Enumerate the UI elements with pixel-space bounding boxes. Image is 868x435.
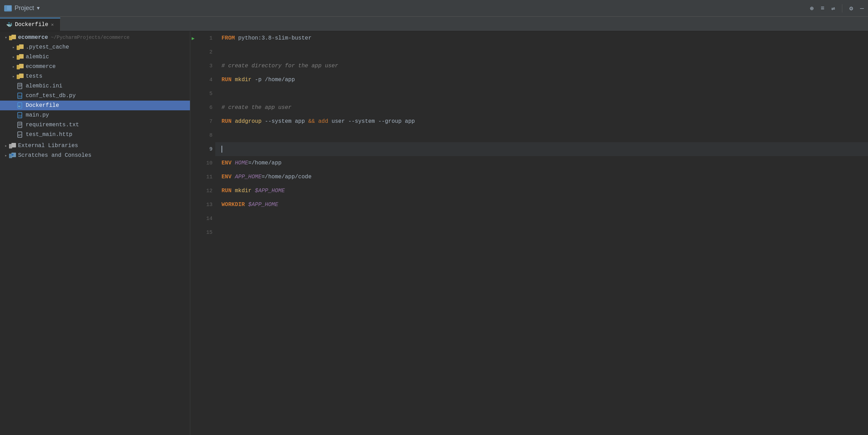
folder-icon-ecommerce — [9, 35, 16, 40]
tree-arrow-pytest — [10, 45, 17, 50]
file-icon-dockerfile: 🐳 — [17, 102, 24, 109]
code-7-sp2 — [315, 114, 318, 128]
ecommerce-path: ~/PycharmProjects/ecommerce — [51, 35, 130, 40]
kw-mkdir-12: mkdir — [235, 184, 251, 198]
code-line-11: ENV APP_HOME=/home/app/code — [215, 170, 868, 184]
code-line-5 — [215, 87, 868, 101]
line-num-10: 10 — [190, 156, 215, 170]
folder-icon-tests — [17, 74, 24, 79]
run-gutter-icon[interactable]: ▶ — [192, 35, 194, 41]
svg-rect-3 — [11, 35, 16, 39]
tab-bar: 🐳 Dockerfile ✕ — [0, 17, 868, 31]
kw-workdir-13: WORKDIR — [222, 198, 245, 212]
code-13-sp — [245, 198, 248, 212]
sidebar-item-alembic[interactable]: alembic — [0, 52, 190, 62]
project-folder-icon — [4, 5, 12, 11]
line-num-12: 12 — [190, 184, 215, 198]
sidebar-item-alembic-ini[interactable]: alembic.ini — [0, 81, 190, 91]
line-num-15: 15 — [190, 225, 215, 239]
sidebar-item-scratches[interactable]: Scratches and Consoles — [0, 151, 190, 160]
locate-icon[interactable]: ⊕ — [810, 5, 814, 12]
code-12-sp2 — [251, 184, 255, 198]
file-icon-req — [17, 122, 24, 128]
var-home-10: HOME — [235, 156, 248, 170]
code-10-sp — [232, 156, 235, 170]
tree-arrow-ext — [3, 143, 9, 148]
var-apphome-12: $APP_HOME — [255, 184, 285, 198]
kw-env-11: ENV — [222, 170, 232, 184]
sidebar-item-dockerfile[interactable]: 🐳 Dockerfile — [0, 101, 190, 110]
toolbar-separator — [842, 4, 842, 12]
code-line-13: WORKDIR $APP_HOME — [215, 198, 868, 212]
pytest-cache-label: .pytest_cache — [26, 44, 69, 50]
sidebar-item-test-main[interactable]: API test_main.http — [0, 130, 190, 139]
sidebar-item-requirements[interactable]: requirements.txt — [0, 120, 190, 130]
kw-from-1: FROM — [222, 31, 235, 45]
kw-run-12: RUN — [222, 184, 232, 198]
folder-icon-alembic — [17, 54, 24, 60]
file-icon-conf: py — [17, 93, 24, 99]
tab-dockerfile[interactable]: 🐳 Dockerfile ✕ — [0, 18, 60, 31]
code-line-9[interactable] — [215, 142, 868, 156]
settings-icon[interactable]: ⚙ — [849, 5, 853, 12]
folder-icon-scratches — [9, 153, 16, 158]
line-num-14: 14 — [190, 212, 215, 225]
svg-text:API: API — [18, 134, 22, 136]
tree-arrow-ecommerce-sub — [10, 64, 17, 69]
kw-mkdir-4: mkdir — [235, 73, 251, 87]
line-num-8: 8 — [190, 128, 215, 142]
text-cursor — [222, 146, 222, 153]
sidebar: ecommerce ~/PycharmProjects/ecommerce .p… — [0, 31, 190, 435]
comment-3: # create directory for the app user — [222, 59, 338, 73]
folder-icon-ecommerce-sub — [17, 64, 24, 69]
scratches-label: Scratches and Consoles — [18, 152, 91, 159]
folder-icon-ext — [9, 143, 16, 148]
main-content: ecommerce ~/PycharmProjects/ecommerce .p… — [0, 31, 868, 435]
line-num-1: ▶ 1 — [190, 31, 215, 45]
sidebar-item-pytest-cache[interactable]: .pytest_cache — [0, 42, 190, 52]
sidebar-item-ecommerce[interactable]: ecommerce ~/PycharmProjects/ecommerce — [0, 33, 190, 42]
code-line-4: RUN mkdir -p /home/app — [215, 73, 868, 87]
kw-add-7: add — [318, 114, 328, 128]
sidebar-item-conf-test[interactable]: py conf_test_db.py — [0, 91, 190, 101]
code-line-7: RUN addgroup --system app && add user --… — [215, 114, 868, 128]
svg-rect-11 — [19, 74, 24, 78]
code-10-eq: =/home/app — [248, 156, 282, 170]
requirements-label: requirements.txt — [26, 122, 79, 128]
var-apphome-13: $APP_HOME — [248, 198, 278, 212]
sidebar-item-main-py[interactable]: py main.py — [0, 110, 190, 120]
editor[interactable]: ▶ 1 2 3 4 5 6 7 8 9 10 11 12 13 14 15 FR… — [190, 31, 868, 435]
sidebar-item-tests[interactable]: tests — [0, 71, 190, 81]
line-num-7: 7 — [190, 114, 215, 128]
sidebar-item-ecommerce-sub[interactable]: ecommerce — [0, 62, 190, 71]
code-7-a: --system app — [261, 114, 308, 128]
code-line-1: FROM python:3.8-slim-buster — [215, 31, 868, 45]
file-icon-main: py — [17, 112, 24, 118]
ecommerce-sub-label: ecommerce — [26, 63, 56, 70]
toolbar-left: Project ▼ — [4, 5, 192, 12]
svg-rect-29 — [11, 143, 16, 147]
svg-text:🐳: 🐳 — [18, 105, 21, 108]
file-icon-test-main: API — [17, 131, 24, 138]
kw-run-4: RUN — [222, 73, 232, 87]
code-7-b: user --system --group app — [328, 114, 415, 128]
collapse-icon[interactable]: ≡ — [821, 5, 825, 12]
sidebar-item-external-libs[interactable]: External Libraries — [0, 141, 190, 151]
tree-arrow-alembic — [10, 54, 17, 60]
expand-icon[interactable]: ⇌ — [832, 5, 835, 12]
code-11-sp — [232, 170, 235, 184]
minimize-icon[interactable]: — — [860, 5, 864, 12]
project-title[interactable]: Project — [15, 5, 34, 12]
svg-rect-1 — [7, 6, 11, 10]
tree-arrow-tests — [10, 74, 17, 79]
code-line-14 — [215, 212, 868, 225]
tab-label: Dockerfile — [15, 22, 48, 28]
code-content[interactable]: FROM python:3.8-slim-buster # create dir… — [215, 31, 868, 435]
project-dropdown-icon[interactable]: ▼ — [37, 6, 40, 11]
code-4-sp — [232, 73, 235, 87]
svg-rect-9 — [19, 64, 24, 68]
line-num-11: 11 — [190, 170, 215, 184]
kw-run-7: RUN — [222, 114, 232, 128]
line-numbers: ▶ 1 2 3 4 5 6 7 8 9 10 11 12 13 14 15 — [190, 31, 215, 435]
tab-close-button[interactable]: ✕ — [51, 22, 54, 27]
